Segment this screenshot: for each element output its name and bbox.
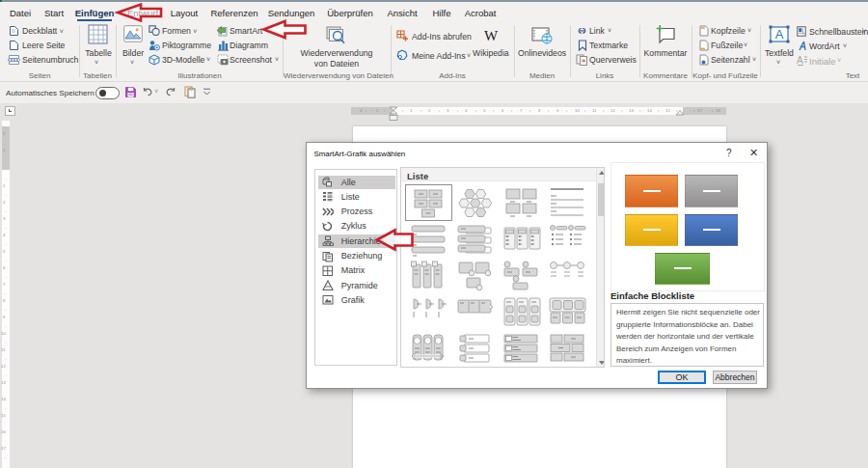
svg-text:A: A [775,27,784,41]
svg-text:A: A [797,55,803,66]
